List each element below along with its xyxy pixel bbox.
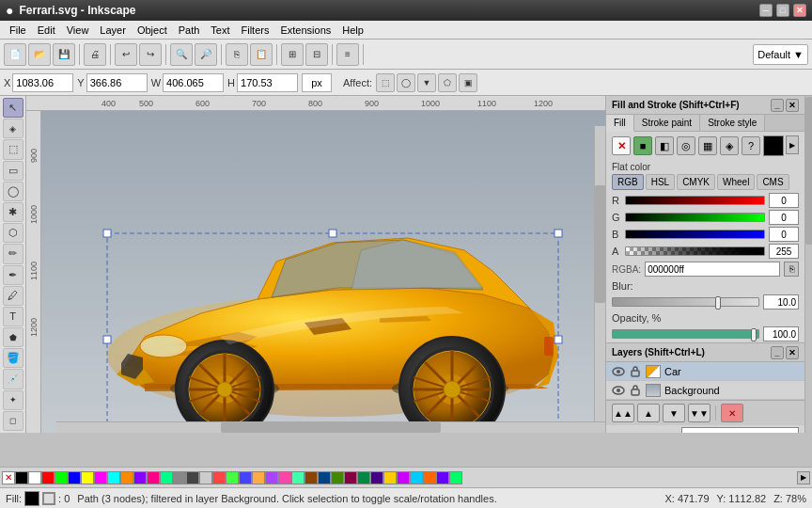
- palette-color-lightgray[interactable]: [199, 471, 212, 484]
- menu-extensions[interactable]: Extensions: [274, 23, 336, 38]
- rgba-input[interactable]: [645, 262, 780, 277]
- x-input[interactable]: [12, 73, 73, 92]
- group-button[interactable]: ⊞: [281, 43, 304, 66]
- flat-color-button[interactable]: ■: [633, 136, 652, 155]
- palette-color-teal[interactable]: [357, 471, 370, 484]
- affect-mask-btn[interactable]: ▣: [459, 73, 477, 92]
- redo-button[interactable]: ↪: [139, 43, 162, 66]
- swatch-button[interactable]: ◈: [720, 136, 739, 155]
- menu-view[interactable]: View: [61, 23, 95, 38]
- layer-move-down-btn[interactable]: ▼: [663, 404, 685, 422]
- palette-color-red[interactable]: [41, 471, 55, 484]
- palette-color-spring[interactable]: [449, 471, 462, 484]
- eraser-tool[interactable]: ◻: [3, 411, 23, 431]
- new-button[interactable]: 📄: [4, 43, 26, 66]
- palette-color-coral[interactable]: [212, 471, 226, 484]
- text-tool[interactable]: T: [3, 307, 23, 326]
- zoom-in-button[interactable]: 🔍: [170, 43, 193, 66]
- layer-item-car[interactable]: Car: [606, 362, 804, 381]
- tab-cms[interactable]: CMS: [757, 174, 789, 190]
- menu-layer[interactable]: Layer: [94, 23, 132, 38]
- zoom-out-button[interactable]: 🔎: [195, 43, 217, 66]
- menu-object[interactable]: Object: [132, 23, 173, 38]
- palette-color-orange2[interactable]: [423, 471, 436, 484]
- color-arrow-btn[interactable]: ▶: [786, 135, 799, 154]
- linear-grad-button[interactable]: ◧: [655, 136, 674, 155]
- fill-tool[interactable]: 🪣: [3, 348, 23, 368]
- pencil-tool[interactable]: ✏: [3, 244, 23, 263]
- node-tool[interactable]: ◈: [3, 119, 23, 138]
- palette-color-lime[interactable]: [55, 471, 68, 484]
- palette-color-olive[interactable]: [331, 471, 344, 484]
- palette-color-mint[interactable]: [160, 471, 173, 484]
- affect-clip-btn[interactable]: ⬠: [438, 73, 457, 92]
- affect-stroke-btn[interactable]: ◯: [397, 73, 415, 92]
- pattern-button[interactable]: ▦: [698, 136, 717, 155]
- align-button[interactable]: ≡: [336, 43, 359, 66]
- ellipse-tool[interactable]: ◯: [3, 182, 23, 201]
- layer-bg-eye[interactable]: [612, 384, 625, 397]
- r-slider[interactable]: [625, 196, 765, 205]
- palette-color-yellow[interactable]: [81, 471, 94, 484]
- menu-help[interactable]: Help: [336, 23, 369, 38]
- ungroup-button[interactable]: ⊟: [305, 43, 328, 66]
- layer-move-bottom-btn[interactable]: ▼▼: [688, 404, 710, 422]
- panel-scrollbar[interactable]: [804, 96, 812, 433]
- a-value-input[interactable]: [769, 244, 799, 259]
- palette-color-blue3[interactable]: [436, 471, 449, 484]
- palette-color-violet[interactable]: [265, 471, 278, 484]
- rgba-copy-button[interactable]: ⎘: [784, 262, 799, 277]
- star-tool[interactable]: ✱: [3, 202, 23, 222]
- canvas-area[interactable]: 400 500 600 700 800 900 1000 1100 1200 9…: [26, 96, 605, 433]
- palette-color-black[interactable]: [15, 471, 28, 484]
- menu-text[interactable]: Text: [205, 23, 235, 38]
- polygon-tool[interactable]: ⬡: [3, 223, 23, 243]
- palette-color-brown[interactable]: [304, 471, 318, 484]
- unit-selector[interactable]: px: [302, 73, 332, 92]
- pen-tool[interactable]: ✒: [3, 265, 23, 285]
- palette-color-orange[interactable]: [120, 471, 133, 484]
- w-input[interactable]: [163, 73, 224, 92]
- layer-item-background[interactable]: Background: [606, 381, 804, 400]
- close-button[interactable]: ✕: [793, 4, 806, 17]
- palette-color-green2[interactable]: [226, 471, 239, 484]
- blur-value-input[interactable]: [763, 294, 799, 310]
- fs-opacity-value[interactable]: [763, 326, 799, 341]
- affect-geo-btn[interactable]: ⬚: [376, 73, 395, 92]
- open-button[interactable]: 📂: [28, 43, 51, 66]
- palette-scroll-right[interactable]: ▶: [797, 471, 810, 484]
- a-slider[interactable]: [625, 246, 765, 256]
- palette-color-indigo[interactable]: [370, 471, 383, 484]
- spray-tool[interactable]: ✦: [3, 390, 23, 410]
- blend-mode-select[interactable]: Normal Multiply Screen Overlay: [681, 427, 799, 433]
- palette-color-magenta[interactable]: [94, 471, 107, 484]
- maximize-button[interactable]: □: [776, 4, 789, 17]
- r-value-input[interactable]: [769, 193, 799, 208]
- layer-move-top-btn[interactable]: ▲▲: [612, 404, 634, 422]
- canvas-content[interactable]: [41, 111, 605, 433]
- calligraphy-tool[interactable]: 🖊: [3, 286, 23, 306]
- menu-path[interactable]: Path: [173, 23, 206, 38]
- undo-button[interactable]: ↩: [115, 43, 137, 66]
- copy-button[interactable]: ⎘: [226, 43, 248, 66]
- fs-minimize-btn[interactable]: _: [771, 99, 784, 112]
- palette-color-white[interactable]: [28, 471, 41, 484]
- rect-tool[interactable]: ▭: [3, 161, 23, 181]
- layer-delete-btn[interactable]: ✕: [721, 404, 743, 422]
- horizontal-scrollbar[interactable]: [56, 421, 605, 433]
- tab-hsl[interactable]: HSL: [646, 174, 675, 190]
- layer-car-lock[interactable]: [629, 365, 642, 378]
- affect-filter-btn[interactable]: ▼: [417, 73, 436, 92]
- menu-filters[interactable]: Filters: [236, 23, 275, 38]
- palette-color-blue[interactable]: [68, 471, 81, 484]
- no-paint-button[interactable]: ✕: [612, 136, 631, 155]
- b-slider[interactable]: [625, 230, 765, 239]
- tab-stroke-paint[interactable]: Stroke paint: [634, 115, 700, 131]
- layer-car-eye[interactable]: [612, 365, 625, 378]
- palette-color-sky[interactable]: [410, 471, 423, 484]
- menu-edit[interactable]: Edit: [32, 23, 61, 38]
- tab-rgb[interactable]: RGB: [612, 174, 644, 190]
- radial-grad-button[interactable]: ◎: [677, 136, 695, 155]
- palette-color-purple[interactable]: [133, 471, 147, 484]
- palette-no-color[interactable]: ✕: [2, 471, 15, 484]
